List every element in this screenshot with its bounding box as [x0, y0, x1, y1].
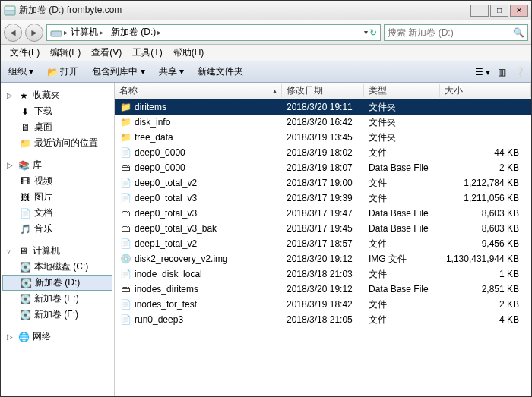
- menu-edit[interactable]: 编辑(E): [46, 45, 85, 61]
- help-button[interactable]: ❔: [512, 65, 527, 79]
- file-type: 文件: [364, 177, 440, 190]
- file-date: 2018/3/17 18:57: [282, 238, 364, 249]
- sidebar-item-desktop[interactable]: 🖥桌面: [2, 119, 112, 135]
- file-row[interactable]: 📄deep1_total_v22018/3/17 18:57文件9,456 KB: [115, 236, 531, 251]
- file-row[interactable]: 📄inodes_for_test2018/3/19 18:42文件2 KB: [115, 297, 531, 312]
- maximize-button[interactable]: □: [490, 5, 508, 17]
- file-row[interactable]: 💿disk2_recovery_v2.img2018/3/20 19:12IMG…: [115, 251, 531, 266]
- open-button[interactable]: 📂打开: [44, 64, 81, 80]
- sidebar-item-pictures[interactable]: 🖼图片: [2, 189, 112, 205]
- sidebar-item-recent[interactable]: 📁最近访问的位置: [2, 135, 112, 151]
- file-type: 文件: [364, 147, 440, 159]
- share-button[interactable]: 共享 ▾: [156, 64, 187, 80]
- breadcrumb-computer[interactable]: 计算机▸: [69, 26, 108, 39]
- sort-icon: ▴: [273, 87, 277, 95]
- file-row[interactable]: 📁diritems2018/3/20 19:11文件夹: [115, 99, 531, 115]
- file-size: 9,456 KB: [440, 238, 531, 249]
- file-row[interactable]: 🗃deep0_00002018/3/19 18:07Data Base File…: [115, 160, 531, 175]
- file-size: 2 KB: [440, 162, 531, 173]
- minimize-button[interactable]: —: [470, 5, 489, 17]
- file-date: 2018/3/17 19:45: [282, 223, 364, 234]
- column-size[interactable]: 大小: [440, 84, 531, 97]
- file-size: 8,603 KB: [440, 223, 531, 234]
- sidebar-item-music[interactable]: 🎵音乐: [2, 221, 112, 237]
- sidebar-item-downloads[interactable]: ⬇下载: [2, 103, 112, 119]
- file-date: 2018/3/19 18:02: [282, 147, 364, 158]
- breadcrumb-drive[interactable]: 新加卷 (D:)▸: [109, 26, 166, 39]
- close-button[interactable]: ✕: [510, 5, 528, 17]
- sidebar-favorites[interactable]: ▷★收藏夹: [2, 87, 112, 103]
- file-icon: 📄: [119, 178, 131, 188]
- refresh-button[interactable]: ↻: [369, 27, 377, 38]
- include-button[interactable]: 包含到库中 ▾: [89, 64, 147, 80]
- file-row[interactable]: 📁free_data2018/3/19 13:45文件夹: [115, 130, 531, 145]
- file-row[interactable]: 📄inode_disk_local2018/3/18 21:03文件1 KB: [115, 266, 531, 282]
- file-type: 文件夹: [364, 131, 440, 144]
- file-date: 2018/3/20 19:12: [282, 254, 364, 264]
- view-options-button[interactable]: ☰ ▾: [473, 65, 492, 79]
- file-size: 8,603 KB: [440, 208, 531, 219]
- forward-button[interactable]: ►: [25, 24, 43, 42]
- file-row[interactable]: 📁disk_info2018/3/20 16:42文件夹: [115, 115, 531, 130]
- file-date: 2018/3/20 16:42: [282, 117, 364, 128]
- sidebar-item-drive-e[interactable]: 💽新加卷 (E:): [2, 291, 112, 307]
- open-icon: 📂: [47, 67, 59, 77]
- file-type: 文件: [364, 268, 440, 281]
- computer-icon: 🖥: [17, 246, 30, 257]
- preview-pane-button[interactable]: ▥: [496, 65, 508, 79]
- sidebar-network[interactable]: ▷🌐网络: [2, 329, 112, 345]
- db-icon: 🗃: [119, 223, 131, 234]
- dropdown-icon[interactable]: ▾: [364, 28, 368, 36]
- organize-button[interactable]: 组织 ▾: [5, 64, 36, 80]
- column-name[interactable]: 名称▴: [115, 84, 282, 97]
- file-row[interactable]: 📄deep0_total_v22018/3/17 19:00文件1,212,78…: [115, 175, 531, 191]
- column-type[interactable]: 类型: [364, 84, 440, 97]
- file-name: deep0_total_v3: [135, 208, 197, 219]
- menu-bar: 文件(F) 编辑(E) 查看(V) 工具(T) 帮助(H): [1, 45, 531, 61]
- file-row[interactable]: 🗃deep0_total_v3_bak2018/3/17 19:45Data B…: [115, 221, 531, 236]
- sidebar-item-documents[interactable]: 📄文档: [2, 205, 112, 221]
- file-row[interactable]: 🗃deep0_total_v32018/3/17 19:47Data Base …: [115, 206, 531, 221]
- file-name: deep0_0000: [135, 147, 185, 158]
- file-type: Data Base File: [364, 284, 440, 295]
- chevron-right-icon[interactable]: ▸: [64, 28, 68, 36]
- sidebar-item-drive-f[interactable]: 💽新加卷 (F:): [2, 307, 112, 323]
- sidebar-computer[interactable]: ▿🖥计算机: [2, 243, 112, 259]
- file-size: 4 KB: [440, 314, 531, 325]
- file-row[interactable]: 🗃inodes_diritems2018/3/20 19:12Data Base…: [115, 282, 531, 297]
- sidebar-item-drive-c[interactable]: 💽本地磁盘 (C:): [2, 259, 112, 275]
- sidebar-libraries[interactable]: ▷📚库: [2, 157, 112, 173]
- file-type: 文件: [364, 192, 440, 205]
- img-icon: 💿: [119, 254, 131, 264]
- newfolder-button[interactable]: 新建文件夹: [195, 64, 246, 80]
- menu-file[interactable]: 文件(F): [5, 45, 44, 61]
- sidebar-item-drive-d[interactable]: 💽新加卷 (D:): [2, 275, 112, 291]
- toolbar: 组织 ▾ 📂打开 包含到库中 ▾ 共享 ▾ 新建文件夹 ☰ ▾ ▥ ❔: [1, 61, 531, 83]
- file-icon: 📄: [119, 238, 131, 249]
- menu-help[interactable]: 帮助(H): [169, 45, 209, 61]
- menu-tools[interactable]: 工具(T): [128, 45, 166, 61]
- file-row[interactable]: 📄deep0_total_v32018/3/17 19:39文件1,211,05…: [115, 191, 531, 206]
- drive-icon: 💽: [19, 262, 31, 273]
- address-bar[interactable]: ▸ 计算机▸ 新加卷 (D:)▸ ▾ ↻: [46, 24, 381, 41]
- search-input[interactable]: [388, 27, 513, 38]
- sidebar-item-videos[interactable]: 🎞视频: [2, 173, 112, 189]
- file-icon: 📄: [119, 314, 131, 325]
- search-icon[interactable]: 🔍: [513, 27, 524, 38]
- file-name: disk2_recovery_v2.img: [135, 254, 228, 264]
- file-icon: 📄: [119, 147, 131, 158]
- menu-view[interactable]: 查看(V): [87, 45, 126, 61]
- file-row[interactable]: 📄run0_deep32018/3/18 21:05文件4 KB: [115, 312, 531, 327]
- file-name: inodes_diritems: [135, 284, 198, 295]
- column-date[interactable]: 修改日期: [282, 84, 364, 97]
- file-date: 2018/3/17 19:00: [282, 178, 364, 188]
- back-button[interactable]: ◄: [4, 24, 22, 42]
- file-icon: 📄: [119, 193, 131, 203]
- video-icon: 🎞: [19, 176, 31, 187]
- file-name: inode_disk_local: [135, 269, 202, 279]
- file-name: deep1_total_v2: [135, 238, 197, 249]
- search-box[interactable]: 🔍: [384, 24, 528, 41]
- file-name: deep0_total_v3_bak: [135, 223, 217, 234]
- file-row[interactable]: 📄deep0_00002018/3/19 18:02文件44 KB: [115, 145, 531, 160]
- sidebar: ▷★收藏夹 ⬇下载 🖥桌面 📁最近访问的位置 ▷📚库 🎞视频 🖼图片 📄文档 🎵…: [1, 83, 115, 396]
